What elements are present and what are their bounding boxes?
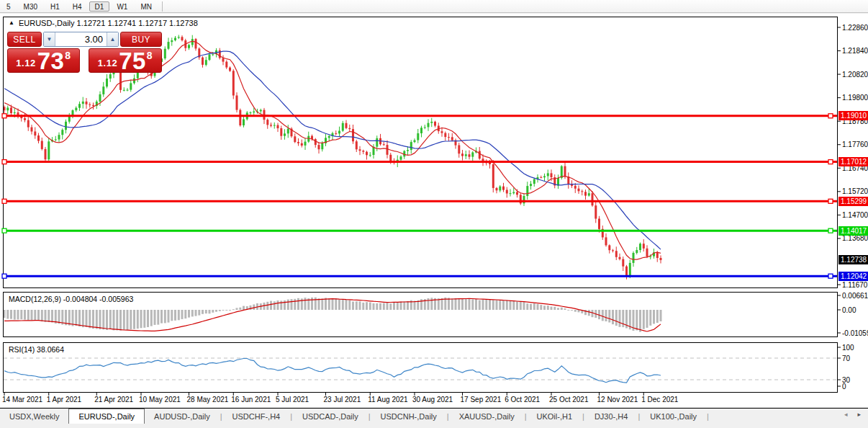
tabbar-scroll-arrows: ◂ ▸	[844, 411, 861, 418]
level-price-badge: 1.12042	[838, 272, 868, 281]
ask-big-digits: 75	[119, 52, 146, 71]
sell-price-display[interactable]: 1.12 73 8	[7, 48, 80, 73]
date-axis-label: 28 May 2021	[187, 396, 229, 404]
buy-button[interactable]: BUY	[120, 32, 162, 47]
ask-pip-digit: 8	[147, 50, 153, 61]
rsi-axis-label: 0	[842, 383, 846, 391]
date-axis-label: 16 Jun 2021	[231, 396, 271, 404]
tab-separator: |	[706, 409, 710, 424]
macd-indicator-label: MACD(12,26,9) -0.004804 -0.005963	[9, 295, 133, 303]
volume-input[interactable]	[55, 32, 107, 46]
macd-axis-label: -0.010594	[842, 329, 868, 337]
price-axis-label: 1.17760	[842, 141, 868, 148]
timeframe-button-mn[interactable]: MN	[135, 1, 158, 12]
price-axis-label: 1.13680	[842, 234, 868, 242]
trade-prices-row: 1.12 73 8 1.12 75 8	[7, 48, 162, 73]
triangle-down-icon: ▼	[47, 36, 53, 43]
ask-prefix: 1.12	[98, 58, 117, 68]
price-axis-label: 1.11670	[842, 281, 867, 289]
chart-tab-ukoil-h1[interactable]: UKOil-,H1	[528, 409, 582, 424]
tabbar-scroll-right-icon[interactable]: ▸	[857, 411, 861, 418]
date-axis-label: 30 Aug 2021	[412, 396, 453, 404]
volume-increase-button[interactable]: ▲	[107, 32, 118, 46]
price-axis-label: 1.14700	[842, 211, 868, 219]
collapse-chart-icon[interactable]: ▲	[9, 20, 14, 26]
date-axis-label: 1 Apr 2021	[47, 396, 81, 404]
timeframe-button-h4[interactable]: H4	[67, 1, 88, 12]
trade-buttons-row: SELL ▼ ▲ BUY	[7, 32, 162, 47]
date-axis-label: 14 Mar 2021	[2, 396, 42, 404]
bid-pip-digit: 8	[65, 50, 71, 61]
bottom-strip	[0, 424, 868, 428]
macd-axis-label: 0.00	[842, 306, 856, 314]
current-price-badge: 1.12738	[838, 255, 868, 264]
rsi-axis-label: 100	[842, 344, 854, 352]
timeframe-toolbar: 5M30H1H4D1W1MN	[0, 0, 868, 13]
date-axis-label: 10 May 2021	[139, 396, 181, 404]
timeframe-button-m30[interactable]: M30	[18, 1, 43, 12]
level-price-badge: 1.19010	[838, 111, 868, 120]
price-axis-label: 1.20820	[842, 71, 868, 79]
chart-ohlc-title: EURUSD-,Daily 1.12721 1.12741 1.12717 1.…	[19, 19, 198, 27]
level-price-badge: 1.15299	[838, 197, 868, 206]
chart-tab-xauusd-daily[interactable]: XAUUSD-,Daily	[450, 409, 524, 424]
bid-big-digits: 73	[37, 52, 65, 71]
tabbar-scroll-left-icon[interactable]: ◂	[844, 411, 848, 418]
price-axis-label: 1.22860	[842, 24, 868, 32]
chart-title-bar: ▲ EURUSD-,Daily 1.12721 1.12741 1.12717 …	[9, 19, 198, 27]
chart-tab-usdcnh-daily[interactable]: USDCNH-,Daily	[371, 409, 446, 424]
chart-tab-usdx-weekly[interactable]: USDX,Weekly	[0, 409, 68, 424]
chart-tab-audusd-daily[interactable]: AUDUSD-,Daily	[145, 409, 220, 424]
rsi-axis-label: 70	[842, 355, 850, 362]
toolbar-separator	[162, 1, 163, 12]
level-price-badge: 1.17012	[838, 157, 868, 166]
timeframe-button-h1[interactable]: H1	[45, 1, 65, 12]
rsi-panel[interactable]	[3, 342, 838, 393]
mt4-window: 5M30H1H4D1W1MN ▲ EURUSD-,Daily 1.12721 1…	[0, 0, 868, 428]
date-axis-label: 1 Dec 2021	[641, 396, 678, 404]
rsi-indicator-label: RSI(14) 38.0664	[9, 345, 64, 354]
timeframe-button-5[interactable]: 5	[1, 1, 17, 12]
triangle-up-icon: ▲	[110, 36, 116, 43]
date-axis-label: 25 Oct 2021	[549, 396, 588, 404]
date-axis-label: 17 Sep 2021	[461, 396, 502, 404]
price-axis-label: 1.15720	[842, 187, 868, 195]
timeframe-button-d1[interactable]: D1	[89, 1, 110, 12]
chart-tab-eurusd-daily[interactable]: EURUSD-,Daily	[68, 409, 145, 424]
timeframe-button-w1[interactable]: W1	[111, 1, 133, 12]
volume-stepper: ▼ ▲	[43, 32, 119, 47]
macd-axis-label: 0.006611	[842, 292, 868, 300]
bid-prefix: 1.12	[16, 58, 35, 68]
chart-tab-usdchf-h4[interactable]: USDCHF-,H4	[223, 409, 290, 424]
sell-button[interactable]: SELL	[7, 32, 42, 47]
chart-tabbar: USDX,WeeklyEURUSD-,DailyAUDUSD-,Daily|US…	[0, 408, 868, 424]
volume-decrease-button[interactable]: ▼	[44, 32, 55, 46]
date-axis-label: 21 Apr 2021	[94, 396, 133, 404]
buy-price-display[interactable]: 1.12 75 8	[89, 48, 162, 73]
price-axis-label: 1.21840	[842, 47, 868, 55]
price-axis-label: 1.19800	[842, 94, 868, 102]
date-axis-label: 5 Jul 2021	[276, 396, 309, 404]
date-axis-label: 23 Jul 2021	[324, 396, 361, 404]
chart-tab-uk100-daily[interactable]: UK100-,Daily	[641, 409, 706, 424]
one-click-trading-panel: SELL ▼ ▲ BUY 1.12 73 8 1.12 75 8	[7, 32, 162, 73]
date-axis-label: 6 Oct 2021	[505, 396, 540, 404]
level-price-badge: 1.14017	[838, 226, 868, 236]
chart-tab-usdcad-daily[interactable]: USDCAD-,Daily	[293, 409, 368, 424]
date-axis-label: 12 Nov 2021	[597, 396, 638, 404]
date-axis-label: 11 Aug 2021	[368, 396, 407, 404]
chart-tab-dj30-h4[interactable]: DJ30-,H4	[585, 409, 637, 424]
